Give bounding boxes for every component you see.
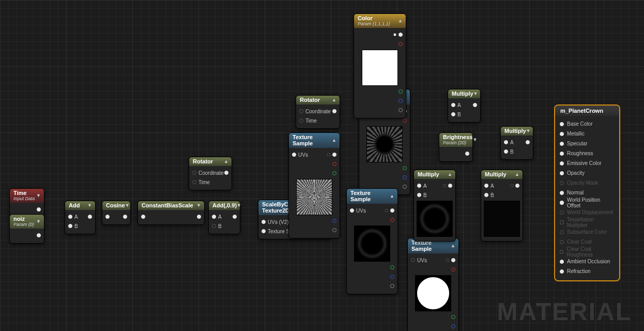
output-pin-row[interactable]: World Position Offset <box>557 198 617 207</box>
chevron-down-icon[interactable]: ▼ <box>196 203 201 208</box>
output-pin-row[interactable]: Opacity <box>557 168 617 178</box>
output-pin-a[interactable] <box>390 284 394 288</box>
output-pin-a[interactable] <box>403 185 407 189</box>
output-pin[interactable] <box>473 103 477 107</box>
output-pin[interactable] <box>448 184 452 188</box>
output-pin-row[interactable]: Refraction <box>557 266 617 276</box>
input-pin-a[interactable] <box>504 140 508 144</box>
node-rotator-1[interactable]: Rotator ▲ Coordinate Time <box>189 157 232 190</box>
output-pin-row[interactable]: Metallic <box>557 129 617 139</box>
node-noiz[interactable]: noiz Param (0) ▼ <box>9 214 44 244</box>
output-pin-rgb[interactable] <box>332 153 336 157</box>
input-pin-uvs[interactable] <box>411 258 415 262</box>
input-pin-b[interactable] <box>451 112 455 116</box>
input-pin-a[interactable] <box>484 184 488 188</box>
input-pin-uvs[interactable] <box>262 220 266 224</box>
node-texture-sample-4[interactable]: Texture Sample ▲ UVs <box>407 238 459 331</box>
input-pin-uvs[interactable] <box>292 153 296 157</box>
output-pin-rgb[interactable] <box>451 258 455 262</box>
input-pin[interactable] <box>141 215 145 219</box>
node-rotator-2[interactable]: Rotator ▲ Coordinate Time <box>296 95 340 129</box>
input-pin-b[interactable] <box>484 193 488 197</box>
input-pin[interactable] <box>560 230 564 234</box>
input-pin[interactable] <box>560 191 564 195</box>
output-pin-g[interactable] <box>398 89 403 94</box>
output-pin-b[interactable] <box>451 324 455 328</box>
input-pin[interactable] <box>560 210 564 215</box>
output-pin-rgb[interactable] <box>390 208 394 213</box>
output-pin[interactable] <box>515 184 519 188</box>
output-pin[interactable] <box>233 215 237 219</box>
input-pin[interactable] <box>560 142 564 146</box>
output-pin-row[interactable]: Roughness <box>557 148 617 158</box>
output-pin-r[interactable] <box>332 162 336 166</box>
input-pin-uvs[interactable] <box>350 208 354 213</box>
output-pin[interactable] <box>123 215 127 219</box>
node-material-output[interactable]: m_PlanetCrown Base ColorMetallicSpecular… <box>554 104 620 281</box>
output-pin-g[interactable] <box>451 315 455 319</box>
output-pin-g[interactable] <box>403 166 407 170</box>
input-pin-time[interactable] <box>299 118 303 123</box>
output-pin-row[interactable]: Base Color <box>557 119 617 129</box>
output-pin-row[interactable]: Emissive Color <box>557 158 617 168</box>
input-pin[interactable] <box>560 201 564 205</box>
node-texture-sample-1[interactable]: Texture Sample ▲ UVs <box>288 132 340 238</box>
input-pin-scale[interactable] <box>262 229 266 233</box>
input-pin[interactable] <box>560 161 564 166</box>
node-color[interactable]: Color Param (1,1,1,1) ▲ <box>354 13 406 118</box>
output-pin-row[interactable]: Ambient Occlusion <box>557 257 617 266</box>
node-multiply-2[interactable]: Multiply▲ A B <box>413 170 456 242</box>
node-time[interactable]: Time Input Data ▼ <box>9 188 44 218</box>
input-pin[interactable] <box>560 122 564 126</box>
output-pin-row[interactable]: Normal <box>557 188 617 198</box>
input-pin-time[interactable] <box>192 180 196 184</box>
input-pin-coord[interactable] <box>299 109 303 113</box>
input-pin[interactable] <box>560 240 564 244</box>
output-pin-a[interactable] <box>332 228 336 232</box>
output-pin-rgb[interactable] <box>398 33 403 37</box>
output-pin-g[interactable] <box>390 265 394 269</box>
output-pin[interactable] <box>526 140 530 144</box>
input-pin-b[interactable] <box>68 224 72 228</box>
output-pin-r[interactable] <box>390 218 394 222</box>
output-pin-row[interactable]: Tessellation Multiplier <box>557 217 617 227</box>
chevron-up-icon[interactable]: ▲ <box>332 97 336 102</box>
input-pin[interactable] <box>105 215 110 219</box>
input-pin-b[interactable] <box>504 149 508 154</box>
output-pin-row[interactable]: World Displacement <box>557 207 617 217</box>
chevron-up-icon[interactable]: ▲ <box>515 172 519 177</box>
chevron-up-icon[interactable]: ▲ <box>451 243 455 248</box>
chevron-down-icon[interactable]: ▼ <box>526 128 531 133</box>
output-pin-b[interactable] <box>403 175 407 179</box>
output-pin[interactable] <box>332 109 336 113</box>
chevron-down-icon[interactable]: ▼ <box>472 137 477 142</box>
input-pin[interactable] <box>560 152 564 156</box>
node-texture-sample-3[interactable]: Texture Sample ▲ UVs <box>346 188 398 294</box>
chevron-up-icon[interactable]: ▲ <box>398 18 403 23</box>
output-pin[interactable] <box>197 215 201 219</box>
node-constant-bias-scale[interactable]: ConstantBiasScale ▼ <box>137 201 205 225</box>
node-multiply-3[interactable]: Multiply▲ A B <box>481 170 523 242</box>
output-pin[interactable] <box>88 215 92 219</box>
output-pin-r[interactable] <box>451 267 455 272</box>
output-pin-row[interactable]: Specular <box>557 139 617 148</box>
chevron-down-icon[interactable]: ▼ <box>125 203 130 208</box>
chevron-up-icon[interactable]: ▲ <box>224 159 228 164</box>
input-pin-a[interactable] <box>451 103 455 107</box>
node-cosine[interactable]: Cosine ▼ <box>102 201 131 225</box>
output-pin-b[interactable] <box>398 99 403 103</box>
input-pin[interactable] <box>560 132 564 136</box>
output-pin-b[interactable] <box>390 275 394 279</box>
chevron-down-icon[interactable]: ▼ <box>473 91 478 96</box>
input-pin[interactable] <box>560 181 564 185</box>
node-multiply-4[interactable]: Multiply▼ A B <box>500 126 533 160</box>
chevron-down-icon[interactable]: ▼ <box>36 193 41 198</box>
input-pin-a[interactable] <box>212 215 216 219</box>
output-pin-b[interactable] <box>332 219 336 223</box>
output-pin[interactable] <box>224 171 228 175</box>
input-pin[interactable] <box>560 269 564 274</box>
node-brightness[interactable]: Brightness Param (20) ▼ <box>439 132 473 162</box>
output-pin-r[interactable] <box>398 42 403 46</box>
input-pin-b[interactable] <box>417 193 421 197</box>
node-add-1[interactable]: Add ▼ A B <box>65 201 96 234</box>
